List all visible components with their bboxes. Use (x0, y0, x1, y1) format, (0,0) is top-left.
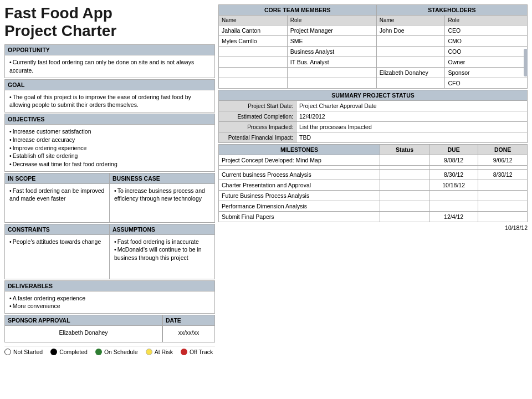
milestone-name: Performance Dimension Analysis (219, 201, 380, 212)
date-body: xx/xx/xx (162, 326, 215, 342)
stakeholder-role: CEO (445, 25, 528, 36)
deliverables-section: DELIVERABLES A faster ordering experienc… (4, 280, 215, 314)
milestone-name: Charter Presentation and Approval (219, 180, 380, 191)
summary-label: Project Start Date: (219, 101, 296, 111)
objectives-body: Increase customer satisfactionIncrease o… (4, 125, 215, 171)
team-role: Business Analyst (287, 47, 376, 57)
summary-status-table: SUMMARY PROJECT STATUS Project Start Dat… (218, 90, 528, 143)
stakeholder-name (376, 36, 445, 47)
core-team-role-col: Role (287, 16, 376, 25)
milestone-status (380, 155, 429, 166)
team-name: Jahaila Canton (219, 25, 288, 36)
milestone-due (429, 201, 478, 212)
off-track-label: Off Track (190, 349, 213, 355)
on-schedule-label: On Schedule (104, 349, 138, 355)
businesscase-body: To increase business process and efficie… (110, 184, 215, 223)
milestone-due (429, 166, 478, 170)
stakeholder-role: COO (445, 47, 528, 57)
goal-section: GOAL The goal of this project is to impr… (4, 79, 215, 112)
legend-at-risk: At Risk (146, 349, 173, 355)
opportunity-body: Currently fast food ordering can only be… (4, 55, 215, 78)
summary-value: TBD (296, 132, 528, 143)
goal-header: GOAL (4, 79, 215, 90)
team-name (219, 78, 288, 89)
right-column: CORE TEAM MEMBERS STAKEHOLDERS Name Role… (218, 4, 528, 231)
assumptions-header: ASSUMPTIONS (110, 224, 215, 235)
milestone-due (429, 191, 478, 201)
legend-not-started: Not Started (4, 349, 43, 355)
not-started-label: Not Started (13, 349, 43, 355)
scrollbar[interactable] (524, 49, 528, 76)
team-role: IT Bus. Analyst (287, 57, 376, 68)
constraints-assumptions-row: CONSTRAINTS People's attitudes towards c… (4, 224, 215, 279)
stakeholders-role-col: Role (445, 16, 528, 25)
milestones-done-col: DONE (478, 145, 528, 155)
stakeholder-name (376, 78, 445, 89)
right-column-wrapper: CORE TEAM MEMBERS STAKEHOLDERS Name Role… (218, 4, 528, 395)
stakeholder-role: CMO (445, 36, 528, 47)
team-role (287, 68, 376, 78)
milestone-status (380, 191, 429, 201)
stakeholder-name (376, 47, 445, 57)
milestone-due: 10/18/12 (429, 180, 478, 191)
team-stakeholders-table: CORE TEAM MEMBERS STAKEHOLDERS Name Role… (218, 4, 528, 89)
milestone-done (478, 212, 528, 222)
milestone-name: Submit Final Papers (219, 212, 380, 222)
on-schedule-icon (95, 349, 102, 355)
at-risk-label: At Risk (155, 349, 173, 355)
team-role: SME (287, 36, 376, 47)
summary-label: Estimated Completion: (219, 111, 296, 122)
summary-value: List the processes Impacted (296, 122, 528, 132)
milestone-done (478, 191, 528, 201)
constraints-section: CONSTRAINTS People's attitudes towards c… (4, 224, 110, 279)
completed-icon (50, 349, 57, 355)
stakeholder-name: Elizabeth Donahey (376, 68, 445, 78)
milestone-due: 9/08/12 (429, 155, 478, 166)
milestone-done: 8/30/12 (478, 170, 528, 180)
milestone-done (478, 180, 528, 191)
milestone-name: Future Business Process Analysis (219, 191, 380, 201)
legend-completed: Completed (50, 349, 88, 355)
milestone-done (478, 201, 528, 212)
sponsor-header: SPONSOR APPROVAL (4, 315, 162, 326)
not-started-icon (4, 349, 11, 355)
summary-label: Potential Financial Impact: (219, 132, 296, 143)
team-role: Project Manager (287, 25, 376, 36)
page: Fast Food App Project Charter OPPORTUNIT… (0, 0, 532, 399)
milestone-status (380, 201, 429, 212)
objectives-section: OBJECTIVES Increase customer satisfactio… (4, 114, 215, 171)
team-name (219, 47, 288, 57)
inscope-section: IN SCOPE Fast food ordering can be impro… (4, 173, 110, 223)
off-track-icon (181, 349, 187, 355)
opportunity-header: OPPORTUNITY (4, 44, 215, 55)
summary-value: 12/4/2012 (296, 111, 528, 122)
assumptions-section: ASSUMPTIONS Fast food ordering is inaccu… (110, 224, 215, 279)
milestones-due-col: DUE (429, 145, 478, 155)
team-name (219, 68, 288, 78)
date-stamp: 10/18/12 (218, 224, 528, 231)
team-role (287, 78, 376, 89)
milestone-name: Current business Process Analysis (219, 170, 380, 180)
summary-value: Project Charter Approval Date (296, 101, 528, 111)
assumptions-body: Fast food ordering is inaccurateMcDonald… (110, 235, 215, 279)
milestone-done: 9/06/12 (478, 155, 528, 166)
summary-label: Process Impacted: (219, 122, 296, 132)
milestone-done (478, 166, 528, 170)
stakeholder-role: CFO (445, 78, 528, 89)
stakeholder-name (376, 57, 445, 68)
deliverables-body: A faster ordering experienceMore conveni… (4, 291, 215, 314)
milestone-due: 12/4/12 (429, 212, 478, 222)
milestone-status (380, 166, 429, 170)
milestones-table: MILESTONES Status DUE DONE Project Conce… (218, 144, 528, 222)
stakeholder-role: Sponsor (445, 68, 528, 78)
milestones-status-col: Status (380, 145, 429, 155)
completed-label: Completed (59, 349, 88, 355)
date-section: DATE xx/xx/xx (162, 315, 215, 342)
team-name (219, 57, 288, 68)
stakeholder-role: Owner (445, 57, 528, 68)
milestone-due: 8/30/12 (429, 170, 478, 180)
legend-off-track: Off Track (181, 349, 213, 355)
legend-on-schedule: On Schedule (95, 349, 138, 355)
stakeholders-name-col: Name (376, 16, 445, 25)
constraints-header: CONSTRAINTS (4, 224, 110, 235)
